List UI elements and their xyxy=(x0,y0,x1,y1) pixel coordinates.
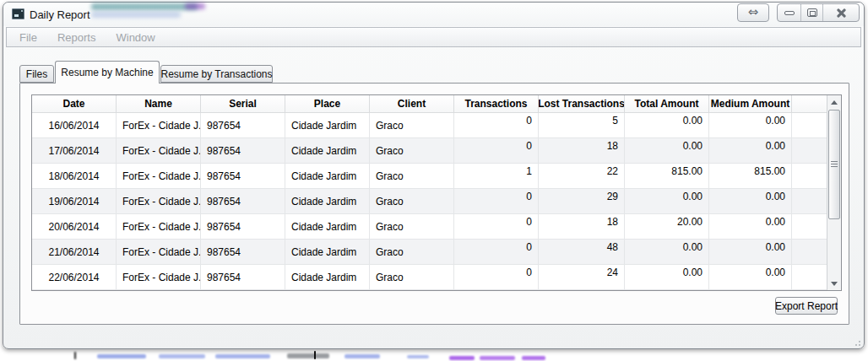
table-cell[interactable]: Cidade Jardim xyxy=(285,240,370,264)
table-cell[interactable]: 48 xyxy=(539,240,625,264)
menu-item-reports[interactable]: Reports xyxy=(57,31,96,44)
table-cell[interactable]: 5 xyxy=(539,113,625,137)
table-cell[interactable]: 815.00 xyxy=(709,164,792,188)
table-cell[interactable]: 0 xyxy=(454,189,539,213)
column-header-client[interactable]: Client xyxy=(370,95,454,112)
table-cell[interactable]: 987654 xyxy=(201,265,285,289)
column-header-place[interactable]: Place xyxy=(285,95,370,112)
table-cell[interactable]: 20/06/2014 xyxy=(32,214,117,239)
table-cell[interactable]: Cidade Jardim xyxy=(285,214,370,239)
table-cell[interactable]: 815.00 xyxy=(625,164,709,188)
column-header-name[interactable]: Name xyxy=(117,95,201,112)
table-cell[interactable]: 1 xyxy=(454,164,539,188)
window-resize-grip[interactable] xyxy=(853,338,860,346)
table-cell[interactable]: 17/06/2014 xyxy=(32,138,117,163)
table-cell[interactable]: 987654 xyxy=(201,214,285,239)
table-cell[interactable]: 987654 xyxy=(201,113,285,137)
table-cell[interactable]: 987654 xyxy=(201,164,285,188)
table-cell[interactable]: Graco xyxy=(370,265,454,289)
table-cell[interactable]: 0.00 xyxy=(625,113,709,137)
table-row[interactable]: 18/06/2014ForEx - Cidade J...987654Cidad… xyxy=(32,164,827,189)
table-cell[interactable]: 0.00 xyxy=(709,138,792,163)
title-bar[interactable]: Daily Report ⇔ xyxy=(3,3,864,26)
table-cell[interactable]: 0.00 xyxy=(709,214,792,239)
table-row[interactable]: 22/06/2014ForEx - Cidade J...987654Cidad… xyxy=(32,265,827,290)
table-cell[interactable]: 19/06/2014 xyxy=(32,189,117,213)
table-cell[interactable]: 20.00 xyxy=(625,214,709,239)
table-cell[interactable]: 987654 xyxy=(201,138,285,163)
table-cell[interactable]: ForEx - Cidade J... xyxy=(117,164,201,188)
table-cell[interactable]: Cidade Jardim xyxy=(285,164,370,188)
background-text-artifact xyxy=(74,352,76,359)
table-cell[interactable]: 0 xyxy=(454,214,539,239)
table-row[interactable]: 19/06/2014ForEx - Cidade J...987654Cidad… xyxy=(32,189,827,214)
restore-size-button[interactable]: ⇔ xyxy=(737,3,769,22)
column-header-lost-transactions[interactable]: Lost Transactions xyxy=(539,95,625,112)
table-cell[interactable]: 987654 xyxy=(201,189,285,213)
table-cell[interactable]: ForEx - Cidade J... xyxy=(117,113,201,137)
column-header-date[interactable]: Date xyxy=(32,95,117,112)
table-cell[interactable]: 18 xyxy=(539,138,625,163)
table-cell[interactable]: Graco xyxy=(370,113,454,137)
table-cell[interactable]: Graco xyxy=(370,240,454,264)
table-cell[interactable]: 0.00 xyxy=(709,240,792,264)
table-cell[interactable]: ForEx - Cidade J... xyxy=(117,240,201,264)
table-cell[interactable]: 0 xyxy=(454,265,539,289)
close-button[interactable] xyxy=(823,4,859,21)
vertical-scrollbar[interactable] xyxy=(827,95,841,290)
export-report-button[interactable]: Export Report xyxy=(775,297,838,315)
background-text-artifact xyxy=(407,355,429,358)
table-cell[interactable]: Graco xyxy=(370,189,454,213)
table-cell[interactable]: 0.00 xyxy=(625,189,709,213)
table-row[interactable]: 17/06/2014ForEx - Cidade J...987654Cidad… xyxy=(32,138,827,164)
table-cell[interactable]: 0.00 xyxy=(625,240,709,264)
table-cell[interactable]: 18 xyxy=(539,214,625,239)
table-cell[interactable]: ForEx - Cidade J... xyxy=(117,265,201,289)
table-cell[interactable]: 0.00 xyxy=(709,113,792,137)
column-header-serial[interactable]: Serial xyxy=(201,95,285,112)
table-cell[interactable]: 22 xyxy=(539,164,625,188)
table-cell[interactable]: ForEx - Cidade J... xyxy=(117,214,201,239)
table-cell[interactable]: Cidade Jardim xyxy=(285,138,370,163)
maximize-button[interactable] xyxy=(801,4,823,21)
table-row[interactable]: 20/06/2014ForEx - Cidade J...987654Cidad… xyxy=(32,214,827,240)
table-cell[interactable]: 22/06/2014 xyxy=(32,265,117,289)
table-cell[interactable]: 21/06/2014 xyxy=(32,240,117,264)
column-header-total-amount[interactable]: Total Amount xyxy=(625,95,709,112)
column-header-transactions[interactable]: Transactions xyxy=(454,95,539,112)
background-text-artifact xyxy=(159,354,205,358)
table-cell[interactable]: 0.00 xyxy=(709,189,792,213)
table-cell[interactable]: 24 xyxy=(539,265,625,289)
table-cell[interactable]: Graco xyxy=(370,164,454,188)
scrollbar-thumb[interactable] xyxy=(828,110,840,219)
tab-files[interactable]: Files xyxy=(19,65,54,83)
table-cell[interactable]: 0 xyxy=(454,240,539,264)
column-header-medium-amount[interactable]: Medium Amount xyxy=(709,95,792,112)
table-row[interactable]: 21/06/2014ForEx - Cidade J...987654Cidad… xyxy=(32,240,827,265)
menu-item-window[interactable]: Window xyxy=(116,31,155,44)
table-cell[interactable]: 0.00 xyxy=(625,265,709,289)
table-cell[interactable]: 29 xyxy=(539,189,625,213)
menu-item-file[interactable]: File xyxy=(19,31,37,44)
table-row[interactable]: 16/06/2014ForEx - Cidade J...987654Cidad… xyxy=(32,113,827,138)
table-cell[interactable]: 18/06/2014 xyxy=(32,164,117,188)
table-cell[interactable]: Cidade Jardim xyxy=(285,189,370,213)
table-cell[interactable]: ForEx - Cidade J... xyxy=(117,138,201,163)
scroll-down-button[interactable] xyxy=(827,277,841,290)
table-cell[interactable]: ForEx - Cidade J... xyxy=(117,189,201,213)
table-cell[interactable]: Graco xyxy=(370,214,454,239)
table-cell[interactable]: Cidade Jardim xyxy=(285,113,370,137)
minimize-button[interactable] xyxy=(778,4,801,21)
table-cell[interactable]: 0 xyxy=(454,113,539,137)
table-cell[interactable]: Cidade Jardim xyxy=(285,265,370,289)
tab-resume-by-transactions[interactable]: Resume by Transactions xyxy=(160,65,273,83)
table-cell[interactable]: 987654 xyxy=(201,240,285,264)
scroll-up-button[interactable] xyxy=(827,95,841,109)
table-cell[interactable]: 0.00 xyxy=(709,265,792,289)
table-cell[interactable]: 16/06/2014 xyxy=(32,113,117,137)
tab-resume-by-machine[interactable]: Resume by Machine xyxy=(55,61,160,84)
table-cell[interactable]: 0.00 xyxy=(625,138,709,163)
table-cell[interactable]: Graco xyxy=(370,138,454,163)
table-cell-filler xyxy=(792,240,827,264)
table-cell[interactable]: 0 xyxy=(454,138,539,163)
